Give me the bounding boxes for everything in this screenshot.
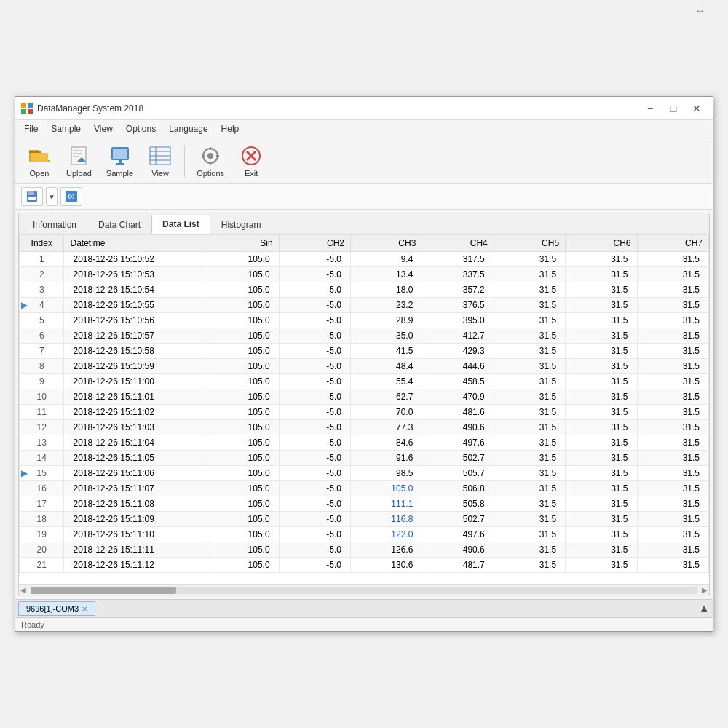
scroll-right-btn[interactable]: ▶ xyxy=(700,586,709,594)
main-window: DataManager System 2018 ↔ − □ ✕ File Sam… xyxy=(15,96,713,632)
table-row[interactable]: 182018-12-26 15:11:09105.0-5.0116.8502.7… xyxy=(20,512,709,527)
menu-help[interactable]: Help xyxy=(215,122,245,136)
options-label: Options xyxy=(197,169,224,178)
table-row[interactable]: 102018-12-26 15:11:01105.0-5.062.7470.93… xyxy=(20,389,709,405)
status-text: Ready xyxy=(21,620,44,629)
close-button[interactable]: ✕ xyxy=(687,100,707,116)
toolbar-sep xyxy=(184,145,185,177)
menu-view[interactable]: View xyxy=(88,122,119,136)
svg-rect-11 xyxy=(73,153,82,154)
table-row[interactable]: 142018-12-26 15:11:05105.0-5.091.6502.73… xyxy=(20,451,709,466)
menu-language[interactable]: Language xyxy=(163,122,213,136)
maximize-button[interactable]: □ xyxy=(663,100,684,116)
table-row[interactable]: 132018-12-26 15:11:04105.0-5.084.6497.63… xyxy=(20,435,709,451)
svg-rect-1 xyxy=(28,103,33,108)
view-icon xyxy=(149,144,172,167)
svg-rect-2 xyxy=(21,109,26,114)
upload-button[interactable]: Upload xyxy=(60,141,98,181)
col-header-ch6: CH6 xyxy=(566,235,637,252)
col-header-ch3: CH3 xyxy=(351,235,422,252)
scroll-left-btn[interactable]: ◀ xyxy=(19,586,28,594)
table-row[interactable]: 12018-12-26 15:10:52105.0-5.09.4317.531.… xyxy=(20,252,709,267)
col-header-ch5: CH5 xyxy=(494,235,565,252)
svg-rect-16 xyxy=(119,160,122,163)
tab-information[interactable]: Information xyxy=(22,215,87,234)
file-tab-strip: 9696[1]-COM3 ✕ ▲ xyxy=(15,599,713,617)
title-bar: DataManager System 2018 ↔ − □ ✕ xyxy=(15,97,713,120)
record-button[interactable] xyxy=(60,187,82,206)
menu-options[interactable]: Options xyxy=(120,122,162,136)
hscroll-thumb[interactable] xyxy=(31,587,176,594)
svg-rect-17 xyxy=(116,163,124,165)
sample-label: Sample xyxy=(106,169,133,178)
table-row[interactable]: ▶42018-12-26 15:10:55105.0-5.023.2376.53… xyxy=(20,298,709,313)
svg-rect-8 xyxy=(29,151,41,153)
col-header-sin: Sin xyxy=(207,235,279,252)
secondary-toolbar: ▼ xyxy=(15,184,713,210)
tab-data-list[interactable]: Data List xyxy=(151,215,210,234)
tab-scroll-up[interactable]: ▲ xyxy=(698,602,710,615)
table-row[interactable]: 22018-12-26 15:10:53105.0-5.013.4337.531… xyxy=(20,267,709,282)
minimize-button[interactable]: − xyxy=(640,100,660,116)
table-row[interactable]: 92018-12-26 15:11:00105.0-5.055.4458.531… xyxy=(20,374,709,389)
table-row[interactable]: 122018-12-26 15:11:03105.0-5.077.3490.63… xyxy=(20,420,709,435)
table-row[interactable]: 72018-12-26 15:10:58105.0-5.041.5429.331… xyxy=(20,344,709,359)
tab-data-chart[interactable]: Data Chart xyxy=(87,215,151,234)
data-table-container[interactable]: Index Datetime Sin CH2 CH3 CH4 CH5 CH6 C… xyxy=(19,234,709,584)
open-icon xyxy=(28,144,51,167)
table-row[interactable]: 112018-12-26 15:11:02105.0-5.070.0481.63… xyxy=(20,405,709,420)
view-button[interactable]: View xyxy=(142,141,178,181)
upload-label: Upload xyxy=(66,169,92,178)
svg-rect-7 xyxy=(31,153,48,162)
file-tab-close[interactable]: ✕ xyxy=(82,605,87,613)
svg-rect-4 xyxy=(29,150,39,151)
table-row[interactable]: 82018-12-26 15:10:59105.0-5.048.4444.631… xyxy=(20,359,709,374)
menu-sample[interactable]: Sample xyxy=(45,122,87,136)
content-area: Information Data Chart Data List Histogr… xyxy=(18,213,710,596)
open-button[interactable]: Open xyxy=(21,141,58,181)
view-label: View xyxy=(151,169,169,178)
move-icon: ↔ xyxy=(695,4,706,17)
table-row[interactable]: 202018-12-26 15:11:11105.0-5.0126.6490.6… xyxy=(20,542,709,558)
tab-histogram[interactable]: Histogram xyxy=(210,215,272,234)
save-button[interactable] xyxy=(21,187,43,206)
exit-label: Exit xyxy=(245,169,258,178)
file-tab-active[interactable]: 9696[1]-COM3 ✕ xyxy=(18,601,95,616)
table-row[interactable]: 62018-12-26 15:10:57105.0-5.035.0412.731… xyxy=(20,328,709,344)
hscroll-track[interactable] xyxy=(31,587,697,594)
save-dropdown-button[interactable]: ▼ xyxy=(46,187,58,206)
exit-button[interactable]: Exit xyxy=(233,141,269,181)
options-button[interactable]: Options xyxy=(191,141,230,181)
table-row[interactable]: 162018-12-26 15:11:07105.0-5.0105.0506.8… xyxy=(20,481,709,496)
col-header-ch2: CH2 xyxy=(279,235,350,252)
col-header-index: Index xyxy=(20,235,64,252)
table-row[interactable]: ▶152018-12-26 15:11:06105.0-5.098.5505.7… xyxy=(20,466,709,481)
svg-rect-0 xyxy=(21,103,26,108)
exit-icon xyxy=(240,144,263,167)
table-row[interactable]: 32018-12-26 15:10:54105.0-5.018.0357.231… xyxy=(20,282,709,298)
horizontal-scrollbar[interactable]: ◀ ▶ xyxy=(19,584,709,596)
svg-point-39 xyxy=(71,196,73,198)
menu-file[interactable]: File xyxy=(18,122,44,136)
table-row[interactable]: 52018-12-26 15:10:56105.0-5.028.9395.031… xyxy=(20,313,709,328)
col-header-datetime: Datetime xyxy=(64,235,207,252)
window-controls: − □ ✕ xyxy=(640,100,707,116)
col-header-ch4: CH4 xyxy=(422,235,494,252)
sample-button[interactable]: Sample xyxy=(100,141,139,181)
svg-rect-34 xyxy=(28,197,36,200)
svg-rect-12 xyxy=(73,156,79,157)
svg-point-24 xyxy=(207,153,213,159)
options-icon xyxy=(199,144,222,167)
svg-rect-10 xyxy=(73,150,82,151)
svg-rect-3 xyxy=(28,109,33,114)
sample-icon xyxy=(108,144,132,167)
data-table: Index Datetime Sin CH2 CH3 CH4 CH5 CH6 C… xyxy=(19,234,709,573)
status-bar: Ready xyxy=(15,617,713,631)
table-row[interactable]: 212018-12-26 15:11:12105.0-5.0130.6481.7… xyxy=(20,558,709,573)
svg-rect-15 xyxy=(113,149,127,159)
tab-bar: Information Data Chart Data List Histogr… xyxy=(19,213,709,234)
window-title: DataManager System 2018 xyxy=(37,103,640,114)
table-row[interactable]: 172018-12-26 15:11:08105.0-5.0111.1505.8… xyxy=(20,496,709,512)
table-row[interactable]: 192018-12-26 15:11:10105.0-5.0122.0497.6… xyxy=(20,527,709,542)
menu-bar: File Sample View Options Language Help xyxy=(15,120,713,138)
